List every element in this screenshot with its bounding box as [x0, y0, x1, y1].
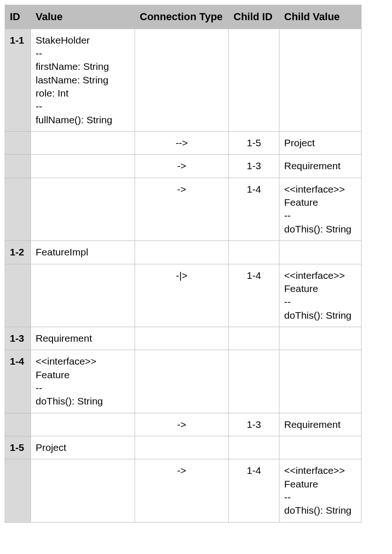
cell-value: [31, 132, 135, 155]
table-row: 1-1 StakeHolder -- firstName: String las…: [5, 29, 362, 131]
cell-value: <<interface>> Feature -- doThis(): Strin…: [31, 350, 135, 413]
cell-value: [31, 264, 135, 327]
cell-value: [31, 459, 135, 522]
cell-value: [31, 413, 135, 436]
cell-id: 1-1: [5, 29, 31, 131]
table-row: -> 1-4 <<interface>> Feature -- doThis()…: [5, 459, 362, 522]
cell-connection-type: ->: [135, 459, 229, 522]
data-table: ID Value Connection Type Child ID Child …: [5, 5, 362, 523]
cell-value: [31, 178, 135, 240]
table-row: 1-5 Project: [5, 436, 362, 459]
cell-child-value: [279, 241, 362, 264]
col-header-connection-type: Connection Type: [135, 5, 229, 29]
cell-child-value: [279, 29, 362, 131]
cell-connection-type: -|>: [135, 264, 229, 327]
cell-child-id: [229, 436, 279, 459]
cell-child-id: 1-3: [229, 155, 279, 178]
table-row: -> 1-4 <<interface>> Feature -- doThis()…: [5, 178, 362, 240]
cell-id: 1-5: [5, 436, 31, 459]
table-row: -> 1-3 Requirement: [5, 413, 362, 436]
cell-child-value: <<interface>> Feature -- doThis(): Strin…: [279, 264, 362, 327]
cell-connection-type: [135, 350, 229, 413]
table-row: 1-4 <<interface>> Feature -- doThis(): S…: [5, 350, 362, 413]
table-row: 1-2 FeatureImpl: [5, 241, 362, 264]
cell-child-id: [229, 241, 279, 264]
table-row: --> 1-5 Project: [5, 132, 362, 155]
cell-child-id: [229, 327, 279, 350]
cell-child-value: <<interface>> Feature -- doThis(): Strin…: [279, 459, 362, 522]
cell-child-id: 1-3: [229, 413, 279, 436]
col-header-child-value: Child Value: [279, 5, 362, 29]
cell-connection-type: [135, 436, 229, 459]
cell-connection-type: [135, 241, 229, 264]
cell-value: FeatureImpl: [31, 241, 135, 264]
cell-connection-type: -->: [135, 132, 229, 155]
cell-value: Requirement: [31, 327, 135, 350]
cell-child-value: [279, 350, 362, 413]
cell-id: [5, 132, 31, 155]
cell-child-value: [279, 327, 362, 350]
cell-child-id: 1-4: [229, 459, 279, 522]
cell-connection-type: ->: [135, 155, 229, 178]
cell-child-id: [229, 350, 279, 413]
cell-id: [5, 459, 31, 522]
cell-value: Project: [31, 436, 135, 459]
cell-id: 1-3: [5, 327, 31, 350]
table-header-row: ID Value Connection Type Child ID Child …: [5, 5, 362, 29]
cell-child-value: Requirement: [279, 155, 362, 178]
cell-value: StakeHolder -- firstName: String lastNam…: [31, 29, 135, 131]
table-row: -> 1-3 Requirement: [5, 155, 362, 178]
cell-child-id: [229, 29, 279, 131]
cell-connection-type: ->: [135, 413, 229, 436]
cell-value: [31, 155, 135, 178]
cell-connection-type: [135, 327, 229, 350]
col-header-value: Value: [31, 5, 135, 29]
col-header-id: ID: [5, 5, 31, 29]
cell-child-value: <<interface>> Feature -- doThis(): Strin…: [279, 178, 362, 240]
table-row: 1-3 Requirement: [5, 327, 362, 350]
col-header-child-id: Child ID: [229, 5, 279, 29]
cell-id: [5, 264, 31, 327]
cell-child-value: Project: [279, 132, 362, 155]
cell-connection-type: [135, 29, 229, 131]
cell-id: [5, 178, 31, 240]
table-row: -|> 1-4 <<interface>> Feature -- doThis(…: [5, 264, 362, 327]
cell-child-value: Requirement: [279, 413, 362, 436]
cell-id: 1-2: [5, 241, 31, 264]
cell-id: 1-4: [5, 350, 31, 413]
cell-id: [5, 413, 31, 436]
cell-id: [5, 155, 31, 178]
cell-child-id: 1-4: [229, 264, 279, 327]
cell-child-id: 1-4: [229, 178, 279, 240]
cell-child-value: [279, 436, 362, 459]
cell-connection-type: ->: [135, 178, 229, 240]
cell-child-id: 1-5: [229, 132, 279, 155]
